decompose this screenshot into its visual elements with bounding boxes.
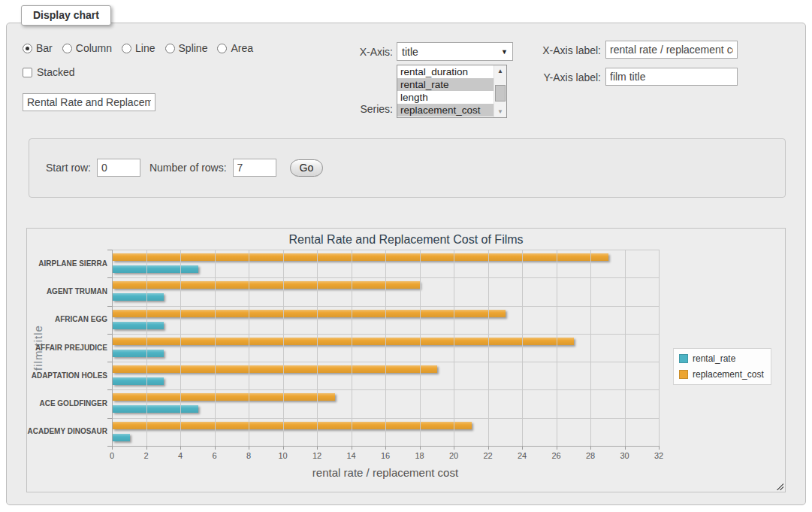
series-option-length[interactable]: length [397, 91, 494, 104]
bar-sheen [113, 281, 420, 289]
bar-sheen [113, 350, 164, 357]
bar-sheen [113, 422, 472, 429]
bar-replacement_cost [113, 281, 420, 289]
go-button[interactable]: Go [290, 159, 324, 177]
radio-bar[interactable] [23, 44, 32, 53]
x-axis-title: rental rate / replacement cost [112, 466, 659, 479]
bar-rental_rate [113, 265, 198, 273]
y-axis-label-label: Y-Axis label: [526, 71, 601, 83]
radio-spline[interactable] [165, 44, 175, 53]
x-axis-select-label: X-Axis: [333, 46, 393, 58]
category-label: AFFAIR PREJUDICE [27, 344, 107, 352]
bar-replacement_cost [113, 365, 437, 373]
legend-item-replacement_cost[interactable]: replacement_cost [679, 369, 764, 380]
series-option-rental_duration[interactable]: rental_duration [397, 65, 494, 78]
legend-item-rental_rate[interactable]: rental_rate [679, 353, 764, 364]
chart-title-input[interactable] [23, 93, 155, 111]
x-tick-label: 4 [168, 451, 193, 460]
x-tick-label: 12 [304, 451, 330, 460]
scrollbar-up-icon[interactable]: ▲ [494, 65, 506, 77]
category-label: ADAPTATION HOLES [27, 371, 107, 380]
category-label: AGENT TRUMAN [27, 287, 107, 295]
x-gridline [488, 250, 489, 446]
x-gridline [557, 250, 557, 446]
scrollbar-down-icon[interactable]: ▼ [494, 106, 506, 117]
bar-rental_rate [113, 434, 130, 441]
dropdown-arrow-icon: ▼ [501, 48, 508, 56]
x-tick-label: 2 [134, 451, 159, 460]
stacked-checkbox[interactable] [23, 68, 32, 77]
x-gridline [659, 250, 660, 446]
radio-label-bar: Bar [36, 42, 53, 54]
y-gridline [112, 277, 659, 278]
chart-title: Rental Rate and Replacement Cost of Film… [27, 233, 785, 247]
radio-label-spline: Spline [179, 42, 208, 54]
y-axis-label-input[interactable] [605, 68, 738, 86]
bar-sheen [113, 265, 198, 273]
stacked-label: Stacked [37, 66, 75, 78]
x-axis-label-input[interactable] [605, 41, 738, 59]
x-gridline [180, 250, 181, 446]
resize-handle-icon[interactable] [775, 482, 783, 490]
radio-option-area: Area [217, 42, 253, 54]
series-option-replacement_cost[interactable]: replacement_cost [397, 104, 494, 117]
bar-replacement_cost [113, 422, 472, 429]
radio-option-bar: Bar [23, 42, 53, 54]
x-gridline [385, 250, 386, 446]
bar-rental_rate [113, 405, 198, 413]
radio-column[interactable] [62, 44, 72, 53]
x-gridline [215, 250, 216, 446]
bar-sheen [113, 434, 130, 441]
x-axis-selected-value: title [402, 46, 418, 58]
x-axis-line [112, 446, 659, 447]
row-controls-panel: Start row: Number of rows: Go [29, 138, 786, 198]
bar-replacement_cost [113, 310, 506, 317]
chart-type-radio-group: BarColumnLineSplineArea [23, 42, 263, 54]
x-gridline [352, 250, 352, 446]
bar-sheen [113, 310, 506, 317]
bar-sheen [113, 253, 608, 261]
chart-legend: rental_ratereplacement_cost [673, 348, 771, 385]
bar-replacement_cost [113, 338, 574, 345]
radio-option-column: Column [62, 42, 112, 54]
bar-sheen [113, 377, 164, 385]
x-gridline [590, 250, 591, 446]
bar-sheen [113, 365, 437, 373]
y-gridline [112, 418, 659, 419]
bar-sheen [113, 338, 574, 345]
radio-line[interactable] [122, 44, 131, 53]
series-select-label: Series: [333, 103, 393, 115]
bar-sheen [113, 322, 164, 329]
y-gridline [112, 362, 659, 362]
x-tick-label: 8 [236, 451, 261, 460]
category-label: AFRICAN EGG [27, 315, 107, 323]
listbox-scrollbar[interactable]: ▲ ▼ [494, 65, 506, 117]
y-gridline [112, 334, 659, 335]
x-gridline [249, 250, 249, 446]
legend-label-rental_rate: rental_rate [693, 353, 735, 364]
start-row-input[interactable] [97, 159, 140, 177]
num-rows-input[interactable] [233, 159, 276, 177]
series-options: rental_durationrental_ratelengthreplacem… [397, 65, 494, 117]
legend-swatch-replacement_cost [679, 370, 688, 379]
num-rows-label: Number of rows: [149, 162, 227, 174]
x-gridline [283, 250, 284, 446]
category-label: ACE GOLDFINGER [27, 399, 107, 407]
x-tick-label: 24 [509, 451, 535, 460]
x-gridline [522, 250, 523, 446]
fieldset-legend: Display chart [21, 5, 111, 26]
page: Display chart BarColumnLineSplineArea St… [0, 0, 812, 512]
x-tick-label: 6 [202, 451, 228, 460]
x-tick-label: 22 [475, 451, 501, 460]
bar-rental_rate [113, 377, 164, 385]
x-tick-label: 14 [339, 451, 364, 460]
stacked-row: Stacked [23, 66, 75, 78]
y-gridline [112, 389, 659, 390]
series-option-rental_rate[interactable]: rental_rate [397, 78, 494, 91]
radio-area[interactable] [217, 44, 227, 53]
series-listbox[interactable]: rental_durationrental_ratelengthreplacem… [397, 65, 507, 118]
radio-option-spline: Spline [165, 42, 208, 54]
x-axis-select[interactable]: title ▼ [397, 42, 513, 61]
x-gridline [146, 250, 147, 446]
scrollbar-thumb[interactable] [495, 85, 506, 101]
